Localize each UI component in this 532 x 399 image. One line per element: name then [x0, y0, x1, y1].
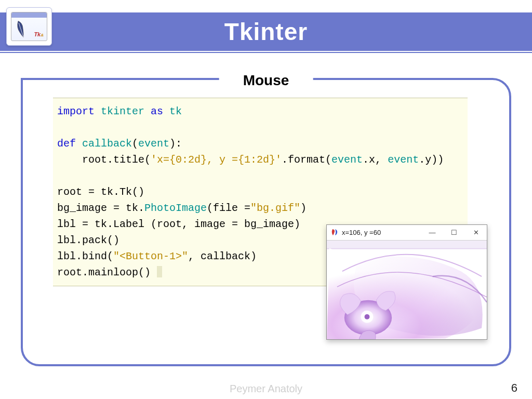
logo-amp-text: &: [41, 33, 44, 37]
slide-title: Tkinter: [224, 18, 308, 46]
footer-author: Peymer Anatoly: [230, 383, 302, 395]
tk-app-icon: [331, 229, 339, 236]
slide-titlebar: Tkinter: [0, 12, 532, 51]
minimize-button[interactable]: —: [421, 225, 443, 240]
svg-rect-3: [327, 248, 487, 249]
window-caption: x=106, y =60: [342, 229, 421, 236]
window-canvas[interactable]: [327, 241, 487, 339]
svg-rect-2: [327, 241, 487, 248]
maximize-button[interactable]: ☐: [443, 225, 465, 240]
tk-result-window: x=106, y =60 — ☐ ✕: [326, 224, 487, 340]
logo-tk-text: Tk: [34, 31, 41, 37]
svg-point-6: [365, 314, 370, 320]
tk-logo: Tk&: [6, 7, 52, 46]
content-pane: Mouse import tkinter as tk def callback(…: [21, 78, 511, 366]
title-underline: [0, 52, 532, 53]
feather-icon: [13, 19, 29, 39]
close-button[interactable]: ✕: [465, 225, 487, 240]
window-titlebar[interactable]: x=106, y =60 — ☐ ✕: [327, 225, 487, 241]
footer-page-number: 6: [511, 381, 517, 395]
subheading: Mouse: [219, 72, 313, 89]
